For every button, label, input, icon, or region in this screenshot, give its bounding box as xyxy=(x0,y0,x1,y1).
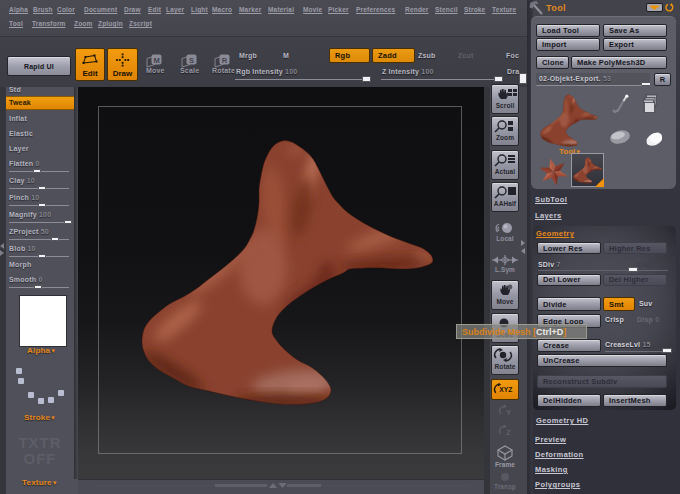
svg-text:Edit: Edit xyxy=(82,69,97,78)
svg-text:M: M xyxy=(153,56,159,65)
svg-text:Y: Y xyxy=(506,408,511,417)
svg-text:R: R xyxy=(222,56,228,65)
svg-text:Z: Z xyxy=(506,428,511,437)
svg-text:XYZ: XYZ xyxy=(499,386,512,393)
svg-text:S: S xyxy=(189,56,194,65)
svg-text:Draw: Draw xyxy=(113,69,133,78)
